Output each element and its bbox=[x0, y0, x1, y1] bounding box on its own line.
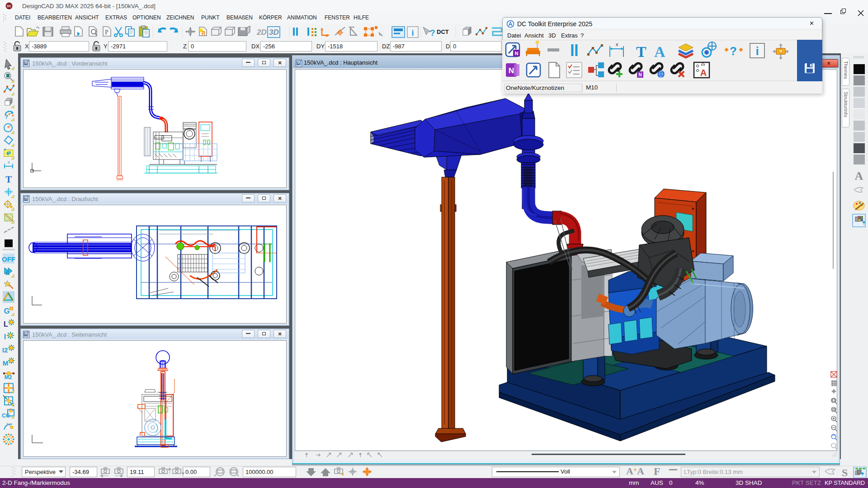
svg-text:M: M bbox=[3, 359, 9, 367]
svg-text:M2: M2 bbox=[5, 374, 12, 380]
svg-text:P: P bbox=[105, 29, 108, 36]
svg-text:x: x bbox=[8, 160, 10, 164]
svg-text:A: A bbox=[700, 68, 707, 78]
svg-text:CG: CG bbox=[2, 413, 10, 419]
svg-text:A: A bbox=[855, 169, 863, 183]
svg-text:x: x bbox=[616, 42, 618, 47]
svg-text:OFF: OFF bbox=[2, 255, 15, 263]
svg-text:?: ? bbox=[430, 28, 435, 38]
svg-text:?: ? bbox=[5, 113, 8, 120]
svg-text:?: ? bbox=[730, 44, 737, 58]
svg-text:A: A bbox=[654, 43, 665, 60]
svg-text:DC: DC bbox=[7, 5, 11, 8]
svg-text:2D: 2D bbox=[256, 28, 267, 37]
svg-text:N: N bbox=[509, 66, 514, 75]
svg-text:T: T bbox=[636, 43, 646, 60]
svg-text:D: D bbox=[25, 197, 28, 201]
svg-text:N: N bbox=[638, 72, 642, 77]
svg-text:D: D bbox=[25, 333, 28, 337]
svg-text:D: D bbox=[297, 61, 300, 66]
svg-text:i: i bbox=[755, 44, 759, 58]
svg-text:D: D bbox=[25, 61, 28, 66]
svg-text:3D: 3D bbox=[269, 28, 279, 37]
svg-text:N: N bbox=[515, 51, 519, 56]
svg-text:S: S bbox=[842, 467, 848, 478]
svg-text:G: G bbox=[4, 307, 9, 315]
svg-text:T: T bbox=[5, 174, 12, 185]
svg-text:I2: I2 bbox=[2, 346, 8, 354]
svg-text:I: I bbox=[4, 333, 6, 341]
svg-text:i: i bbox=[411, 28, 414, 38]
svg-text:DCT: DCT bbox=[437, 28, 449, 35]
svg-text:L: L bbox=[4, 320, 8, 328]
